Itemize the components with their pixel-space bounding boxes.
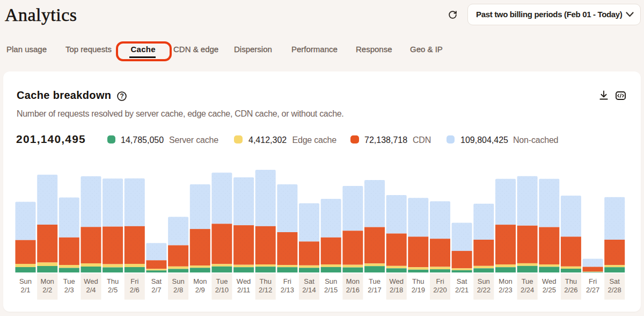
svg-text:2/20: 2/20 (433, 286, 447, 294)
svg-text:2/14: 2/14 (302, 286, 316, 294)
svg-text:Fri: Fri (130, 277, 138, 285)
svg-text:Wed: Wed (389, 277, 404, 285)
svg-text:2/18: 2/18 (390, 286, 403, 294)
svg-text:2/9: 2/9 (195, 286, 205, 294)
svg-text:2/27: 2/27 (586, 286, 599, 294)
svg-text:Mon: Mon (346, 277, 360, 285)
svg-text:2/28: 2/28 (608, 286, 621, 294)
svg-text:Mon: Mon (193, 277, 207, 285)
svg-text:2/15: 2/15 (324, 286, 338, 294)
svg-text:Mon: Mon (41, 277, 54, 285)
svg-text:Fri: Fri (283, 277, 291, 285)
svg-text:Thu: Thu (259, 277, 271, 285)
svg-text:Fri: Fri (589, 277, 597, 285)
svg-text:Thu: Thu (412, 277, 424, 285)
svg-text:2/11: 2/11 (237, 286, 250, 294)
svg-text:Fri: Fri (436, 277, 444, 285)
svg-text:2/2: 2/2 (42, 286, 52, 294)
svg-text:2/4: 2/4 (86, 286, 96, 294)
svg-text:Wed: Wed (84, 277, 98, 285)
svg-text:2/23: 2/23 (499, 286, 512, 294)
svg-text:Sun: Sun (325, 277, 337, 285)
svg-text:2/19: 2/19 (412, 286, 425, 294)
svg-text:Wed: Wed (542, 277, 557, 285)
svg-text:Thu: Thu (565, 277, 577, 285)
svg-text:Thu: Thu (107, 277, 119, 285)
svg-text:Sat: Sat (609, 277, 620, 285)
svg-text:Sat: Sat (457, 277, 467, 285)
svg-text:2/24: 2/24 (521, 286, 534, 294)
svg-text:Mon: Mon (499, 277, 512, 285)
svg-text:2/21: 2/21 (455, 286, 469, 294)
svg-text:Sat: Sat (304, 277, 314, 285)
svg-text:2/16: 2/16 (346, 286, 360, 294)
svg-text:2/7: 2/7 (151, 286, 161, 294)
svg-text:Sun: Sun (19, 277, 32, 285)
svg-text:Tue: Tue (522, 277, 533, 285)
svg-text:2/1: 2/1 (20, 286, 30, 294)
svg-text:2/5: 2/5 (108, 286, 118, 294)
svg-text:2/8: 2/8 (173, 286, 183, 294)
svg-text:Sat: Sat (151, 277, 162, 285)
svg-text:2/22: 2/22 (477, 286, 491, 294)
svg-text:2/6: 2/6 (130, 286, 140, 294)
svg-text:2/3: 2/3 (64, 286, 74, 294)
svg-text:Tue: Tue (216, 277, 228, 285)
svg-text:Sun: Sun (172, 277, 185, 285)
svg-text:Wed: Wed (237, 277, 251, 285)
svg-text:2/10: 2/10 (215, 286, 229, 294)
svg-text:2/26: 2/26 (564, 286, 577, 294)
svg-text:2/17: 2/17 (368, 286, 381, 294)
svg-text:2/13: 2/13 (281, 286, 294, 294)
svg-text:2/12: 2/12 (259, 286, 272, 294)
svg-text:Sun: Sun (478, 277, 490, 285)
svg-text:?: ? (120, 92, 123, 100)
svg-text:Tue: Tue (369, 277, 380, 285)
svg-text:Tue: Tue (63, 277, 75, 285)
svg-text:2/25: 2/25 (543, 286, 556, 294)
